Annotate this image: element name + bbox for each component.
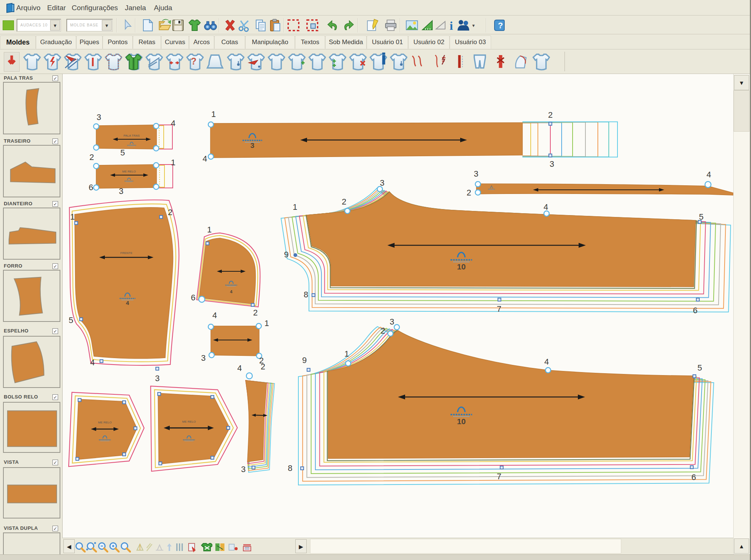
svg-text:3: 3 <box>550 159 554 169</box>
svg-text:3: 3 <box>119 186 123 196</box>
svg-text:3: 3 <box>201 353 206 363</box>
svg-text:3: 3 <box>474 169 478 178</box>
svg-text:5: 5 <box>699 212 703 222</box>
svg-text:5: 5 <box>69 315 73 325</box>
svg-text:2: 2 <box>342 197 346 206</box>
svg-text:6: 6 <box>691 472 696 482</box>
svg-text:5: 5 <box>697 363 702 372</box>
svg-text:ME RELO: ME RELO <box>182 420 196 423</box>
svg-text:6: 6 <box>89 183 93 192</box>
svg-text:9: 9 <box>284 250 289 259</box>
svg-text:ME RELO: ME RELO <box>98 421 112 424</box>
svg-text:9: 9 <box>302 355 307 365</box>
svg-text:4: 4 <box>237 363 242 373</box>
svg-text:5: 5 <box>120 148 125 157</box>
svg-text:2: 2 <box>259 356 264 365</box>
svg-text:6: 6 <box>693 306 697 315</box>
svg-text:8: 8 <box>304 290 308 299</box>
svg-text:3: 3 <box>241 465 246 474</box>
svg-text:?: ? <box>498 21 503 30</box>
svg-text:1: 1 <box>171 158 175 167</box>
svg-text:x: x <box>491 185 492 187</box>
svg-text:PALA TRAS: PALA TRAS <box>124 134 140 137</box>
svg-text:4: 4 <box>126 300 129 306</box>
svg-text:1: 1 <box>264 318 269 328</box>
svg-text:4: 4 <box>203 154 207 163</box>
svg-text:4: 4 <box>544 357 549 366</box>
svg-text:7: 7 <box>497 304 501 314</box>
svg-text:3: 3 <box>155 374 160 383</box>
svg-text:1: 1 <box>344 349 349 358</box>
svg-text:2: 2 <box>467 188 471 197</box>
svg-text:3: 3 <box>380 178 384 188</box>
svg-text:4: 4 <box>706 170 711 179</box>
svg-text:ME RELO: ME RELO <box>122 170 136 173</box>
svg-text:FRENTE: FRENTE <box>120 251 132 255</box>
svg-text:1: 1 <box>293 202 297 212</box>
svg-text:i: i <box>450 19 453 32</box>
svg-text:?: ? <box>191 56 197 66</box>
svg-text:3: 3 <box>97 112 101 122</box>
svg-text:1: 1 <box>70 212 75 222</box>
svg-text:2: 2 <box>89 152 94 162</box>
svg-text:10: 10 <box>457 417 465 426</box>
svg-text:3: 3 <box>390 317 394 326</box>
svg-text:8: 8 <box>288 463 292 473</box>
svg-text:2: 2 <box>381 326 385 335</box>
svg-text:4: 4 <box>230 289 233 294</box>
svg-text:10: 10 <box>457 262 465 271</box>
svg-text:3: 3 <box>250 142 255 149</box>
svg-text:6: 6 <box>191 293 195 302</box>
svg-text:4: 4 <box>171 118 175 128</box>
svg-text:4: 4 <box>90 358 95 367</box>
svg-text:1: 1 <box>207 225 212 234</box>
svg-text:2: 2 <box>548 110 553 120</box>
svg-text:4: 4 <box>212 311 217 320</box>
svg-text:7: 7 <box>497 472 501 481</box>
svg-text:1: 1 <box>211 109 216 119</box>
svg-text:4: 4 <box>544 202 548 212</box>
svg-text:2: 2 <box>168 208 172 217</box>
svg-text:2: 2 <box>253 308 258 317</box>
